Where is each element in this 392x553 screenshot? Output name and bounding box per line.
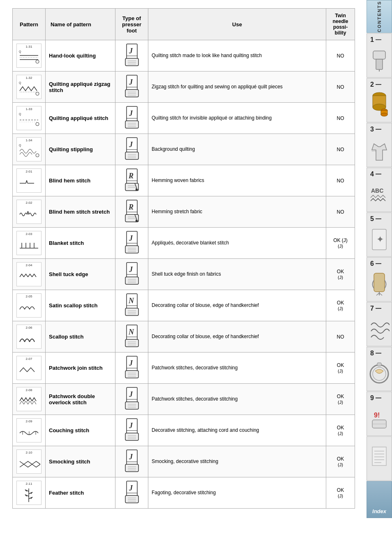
svg-text:J: J xyxy=(129,234,133,242)
sidebar-tab-5[interactable]: 5 — ✦ xyxy=(367,212,392,257)
twin-needle: NO xyxy=(326,134,355,165)
sidebar-tab-10[interactable] xyxy=(367,436,392,481)
tab-4-visual: ABC xyxy=(369,178,390,209)
presser-foot: J xyxy=(115,103,148,134)
sidebar: CONTENTS 1 — 2 — xyxy=(367,0,392,518)
stitch-name: Blanket stitch xyxy=(46,228,115,259)
stitch-use: Hemming stretch fabric xyxy=(148,196,326,228)
svg-point-33 xyxy=(36,154,39,157)
svg-rect-70 xyxy=(125,246,138,253)
tab-1-dash: — xyxy=(376,36,381,43)
index-label: Index xyxy=(372,508,386,514)
index-tab[interactable]: Index xyxy=(367,481,392,518)
stitch-use: Patchwork stitches, decorative stitching xyxy=(148,384,326,415)
stitch-use: Smocking, decorative stitching xyxy=(148,446,326,477)
tab-1-visual xyxy=(369,44,390,75)
sidebar-tab-2[interactable]: 2 — xyxy=(367,78,392,122)
svg-text:✦: ✦ xyxy=(376,234,384,244)
pattern-cell: 1-31 Q xyxy=(13,40,46,71)
pattern-cell: 2-09 xyxy=(13,415,46,446)
tab-9-visual: 9! xyxy=(369,402,390,433)
table-row: 2-03 Blanket stitch J Appliqués, decorat… xyxy=(13,228,355,259)
svg-text:9!: 9! xyxy=(374,412,380,419)
svg-text:R: R xyxy=(128,172,134,180)
twin-needle: OK(J) xyxy=(326,290,355,321)
table-row: 2-05 Satin scallop stitch N Decorating c… xyxy=(13,290,355,321)
table-row: 2-08 Patchwork double overlock stitch J … xyxy=(13,384,355,415)
presser-foot: N xyxy=(115,290,148,321)
twin-needle: OK(J) xyxy=(326,384,355,415)
stitch-use: Background quilting xyxy=(148,134,326,165)
sidebar-tab-9[interactable]: 9 — 9! xyxy=(367,392,392,436)
svg-rect-77 xyxy=(125,277,138,284)
tab-3-number: 3 xyxy=(369,126,374,133)
presser-foot: J xyxy=(115,71,148,103)
table-row: 1-32 Q Quilting appliqué zigzag stitch J… xyxy=(13,71,355,103)
svg-text:N: N xyxy=(128,297,134,305)
pattern-cell: 1-34 Q xyxy=(13,134,46,165)
sidebar-tab-1[interactable]: 1 — xyxy=(367,33,392,78)
svg-rect-38 xyxy=(125,152,138,159)
sidebar-tab-4[interactable]: 4 — ABC xyxy=(367,168,392,212)
tab-6-number: 6 xyxy=(369,260,374,267)
svg-text:J: J xyxy=(129,78,133,86)
tab-9-number: 9 xyxy=(369,394,374,402)
svg-line-54 xyxy=(28,211,29,214)
twin-needle: NO xyxy=(326,321,355,353)
presser-foot: J xyxy=(115,477,148,509)
pattern-cell: 2-02 xyxy=(13,196,46,228)
tab-7-number: 7 xyxy=(369,305,374,312)
stitch-use: Patchwork stitches, decorative stitching xyxy=(148,353,326,384)
stitch-name: Patchwork join stitch xyxy=(46,353,115,384)
pattern-cell: 2-08 xyxy=(13,384,46,415)
tab-5-visual: ✦ xyxy=(369,223,390,254)
twin-needle: NO xyxy=(326,103,355,134)
table-row: 1-33 Q Quilting appliqué stitch J Quilti… xyxy=(13,103,355,134)
svg-rect-91 xyxy=(125,339,138,347)
sidebar-tab-8[interactable]: 8 — xyxy=(367,347,392,391)
tab-6-visual xyxy=(369,267,390,299)
pattern-cell: 2-06 xyxy=(13,321,46,353)
tab-5-number: 5 xyxy=(369,215,374,223)
sidebar-tab-6[interactable]: 6 — xyxy=(367,257,392,302)
stitch-name: Quilting stippling xyxy=(46,134,115,165)
twin-needle: OK(J) xyxy=(326,353,355,384)
sidebar-tab-7[interactable]: 7 — xyxy=(367,302,392,346)
svg-rect-8 xyxy=(125,58,138,66)
pattern-cell: 2-03 xyxy=(13,228,46,259)
svg-text:N: N xyxy=(128,328,134,336)
svg-text:ABC: ABC xyxy=(371,187,383,194)
pattern-cell: 1-32 Q xyxy=(13,71,46,103)
tab-7-visual xyxy=(369,312,390,343)
stitch-name: Blind hem stitch stretch xyxy=(46,196,115,228)
svg-text:Q: Q xyxy=(19,113,21,116)
pattern-cell: 2-05 xyxy=(13,290,46,321)
contents-tab[interactable]: CONTENTS xyxy=(367,0,392,33)
sidebar-tab-3[interactable]: 3 — xyxy=(367,123,392,167)
twin-needle: OK(J) xyxy=(326,446,355,477)
stitch-use: Shell tuck edge finish on fabrics xyxy=(148,259,326,290)
stitch-use: Zigzag stitch for quilting and sewing on… xyxy=(148,71,326,103)
svg-point-3 xyxy=(36,60,39,63)
tab-8-visual xyxy=(369,357,390,388)
stitch-name: Shell tuck edge xyxy=(46,259,115,290)
pattern-cell: 2-10 xyxy=(13,446,46,477)
svg-text:J: J xyxy=(129,453,133,461)
svg-rect-18 xyxy=(125,90,138,97)
table-row: 1-31 Q Hand-look quilting J Quilting sti… xyxy=(13,40,355,71)
presser-foot: J xyxy=(115,446,148,477)
svg-rect-98 xyxy=(125,371,138,378)
svg-text:J: J xyxy=(129,109,133,118)
tab-2-visual xyxy=(369,88,390,120)
presser-foot: J xyxy=(115,134,148,165)
presser-foot: J xyxy=(115,384,148,415)
svg-rect-135 xyxy=(376,59,383,69)
svg-line-44 xyxy=(27,180,28,183)
stitch-name: Patchwork double overlock stitch xyxy=(46,384,115,415)
svg-text:J: J xyxy=(129,359,133,367)
tab-10-visual xyxy=(369,445,390,478)
stitch-use: Fagoting, decorative stitching xyxy=(148,477,326,509)
header-type: Type of presser foot xyxy=(115,9,148,40)
svg-rect-134 xyxy=(373,51,385,59)
twin-needle: OK(J) xyxy=(326,259,355,290)
